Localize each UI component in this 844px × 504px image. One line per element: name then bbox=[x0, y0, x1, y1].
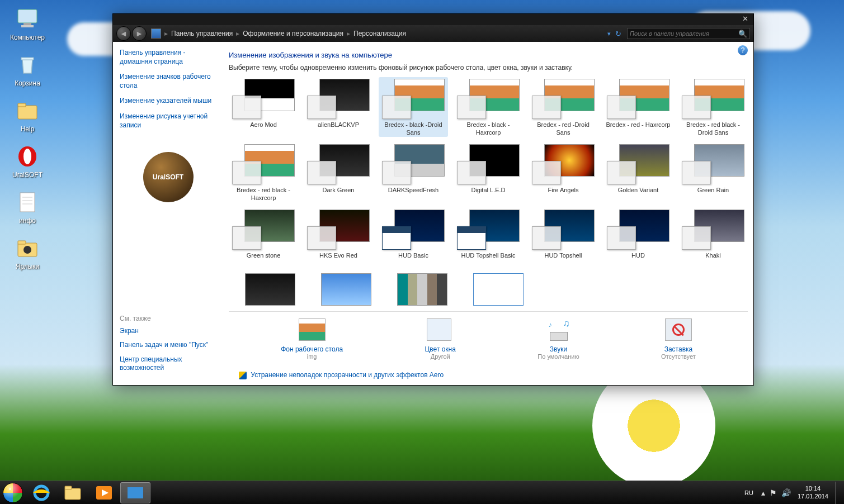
theme-item[interactable]: Bredex - red black - Haxrcorp bbox=[229, 142, 298, 202]
theme-item[interactable]: Bredex - red - Haxrcorp bbox=[603, 77, 673, 137]
theme-label: Bredex - black - Haxrcorp bbox=[454, 121, 523, 137]
theme-item[interactable]: HUD Basic bbox=[379, 208, 448, 268]
taskbar-explorer[interactable] bbox=[58, 482, 88, 503]
theme-item[interactable]: HKS Evo Red bbox=[304, 208, 373, 268]
theme-item[interactable]: HUD Topshell Basic bbox=[454, 208, 523, 268]
show-desktop-button[interactable] bbox=[835, 482, 842, 504]
option-desktop-background[interactable]: Фон рабочего столаimg bbox=[281, 318, 343, 360]
uralsoft-logo: UralSOFT bbox=[143, 152, 194, 202]
option-title: Цвет окна bbox=[425, 345, 455, 353]
theme-item[interactable]: HUD Topshell bbox=[529, 208, 598, 268]
close-icon[interactable]: ✕ bbox=[737, 15, 753, 25]
option-title: Фон рабочего стола bbox=[281, 345, 343, 353]
theme-item[interactable]: Golden Variant bbox=[603, 142, 673, 202]
desktop-icon-label: Компьютер bbox=[6, 34, 49, 41]
theme-item[interactable]: alienBLACKVP bbox=[304, 77, 373, 137]
shield-icon bbox=[239, 372, 247, 379]
theme-item[interactable]: Fire Angels bbox=[529, 142, 598, 202]
help-folder-icon bbox=[14, 97, 41, 124]
theme-item[interactable]: Dark Green bbox=[304, 142, 373, 202]
taskbar-ie[interactable] bbox=[26, 482, 56, 503]
theme-label: alienBLACKVP bbox=[304, 121, 373, 137]
tray-chevron-icon[interactable]: ▴ bbox=[761, 488, 765, 497]
svg-rect-21 bbox=[135, 487, 143, 493]
search-input[interactable] bbox=[630, 30, 738, 37]
theme-item[interactable] bbox=[381, 273, 451, 292]
seealso-link-1[interactable]: Панель задач и меню "Пуск" bbox=[120, 341, 216, 350]
option-subtitle: Другой bbox=[425, 353, 455, 360]
theme-preview bbox=[461, 273, 524, 290]
desktop-icon-shortcuts-folder[interactable]: Ярлыки bbox=[6, 235, 49, 270]
history-dropdown-icon[interactable]: ▾ bbox=[607, 30, 611, 37]
theme-label: HUD Topshell Basic bbox=[454, 252, 523, 268]
seealso-link-0[interactable]: Экран bbox=[120, 327, 216, 336]
option-sounds[interactable]: ♫♪ЗвукиПо умолчанию bbox=[537, 318, 579, 360]
theme-item[interactable]: Green stone bbox=[229, 208, 298, 268]
theme-item[interactable]: Khaki bbox=[678, 208, 748, 268]
theme-preview bbox=[382, 79, 445, 119]
theme-item[interactable]: DARKSpeedFresh bbox=[379, 142, 448, 202]
clock-time: 10:14 bbox=[798, 485, 828, 492]
desktop-icon-help-folder[interactable]: Help bbox=[6, 97, 49, 133]
theme-item[interactable]: HUD bbox=[603, 208, 673, 268]
themes-grid: Aero ModalienBLACKVPBredex - black -Droi… bbox=[229, 77, 748, 311]
theme-preview bbox=[382, 210, 445, 250]
theme-item[interactable]: Aero Mod bbox=[229, 77, 298, 137]
search-icon[interactable]: 🔍 bbox=[738, 30, 747, 38]
theme-preview bbox=[607, 210, 669, 250]
breadcrumb-control-panel[interactable]: Панель управления bbox=[171, 30, 233, 37]
desktop-icon-recycle-bin[interactable]: Корзина bbox=[6, 51, 49, 87]
theme-item[interactable]: Bredex - black - Haxrcorp bbox=[454, 77, 523, 137]
language-indicator[interactable]: RU bbox=[744, 489, 753, 496]
seealso-link-2[interactable]: Центр специальных возможностей bbox=[120, 355, 216, 373]
desktop-icon-computer[interactable]: Компьютер bbox=[6, 6, 49, 41]
sidebar-link-1[interactable]: Изменение значков рабочего стола bbox=[120, 73, 216, 90]
sidebar-link-0[interactable]: Панель управления - домашняя страница bbox=[120, 49, 216, 66]
theme-item[interactable] bbox=[305, 273, 375, 292]
theme-item[interactable]: Bredex - red -Droid Sans bbox=[529, 77, 598, 137]
theme-item[interactable]: Digital L.E.D bbox=[454, 142, 523, 202]
theme-label: DARKSpeedFresh bbox=[379, 187, 448, 202]
theme-label: Bredex - red black -Droid Sans bbox=[678, 121, 748, 137]
help-icon[interactable]: ? bbox=[738, 45, 748, 55]
start-button[interactable] bbox=[0, 481, 26, 505]
taskbar-personalization[interactable] bbox=[120, 482, 150, 503]
breadcrumb-appearance[interactable]: Оформление и персонализация bbox=[243, 30, 343, 37]
theme-item[interactable] bbox=[229, 273, 299, 292]
desktop-icon-label: Корзина bbox=[6, 79, 49, 87]
option-window-color[interactable]: Цвет окнаДругой bbox=[425, 318, 455, 360]
clock[interactable]: 10:14 17.01.2014 bbox=[798, 485, 828, 500]
theme-item[interactable]: Bredex - red black -Droid Sans bbox=[678, 77, 748, 137]
search-box[interactable]: 🔍 bbox=[627, 28, 750, 39]
svg-rect-4 bbox=[18, 106, 37, 119]
theme-label: Digital L.E.D bbox=[454, 187, 523, 202]
theme-label: Dark Green bbox=[304, 187, 373, 202]
troubleshoot-row: Устранение неполадок прозрачности и друг… bbox=[229, 367, 748, 385]
taskbar-media-player[interactable] bbox=[89, 482, 119, 503]
shortcuts-folder-icon bbox=[14, 235, 41, 261]
theme-label: HUD Basic bbox=[379, 252, 448, 268]
refresh-icon[interactable]: ↻ bbox=[615, 30, 621, 38]
desktop-background-icon bbox=[299, 318, 326, 343]
clock-date: 17.01.2014 bbox=[798, 493, 828, 500]
sidebar-link-3[interactable]: Изменение рисунка учетной записи bbox=[120, 112, 216, 130]
theme-preview bbox=[607, 144, 669, 184]
breadcrumb-sep: ▸ bbox=[347, 30, 350, 37]
desktop-icon-uralsoft-opera[interactable]: UralSOFT bbox=[6, 143, 49, 179]
desktop-icon-info-file[interactable]: инфо bbox=[6, 189, 49, 225]
sidebar-link-2[interactable]: Изменение указателей мыши bbox=[120, 97, 216, 106]
nav-forward-button[interactable]: ► bbox=[132, 26, 147, 41]
troubleshoot-link[interactable]: Устранение неполадок прозрачности и друг… bbox=[251, 371, 444, 379]
volume-icon[interactable]: 🔊 bbox=[781, 488, 791, 497]
nav-back-button[interactable]: ◄ bbox=[116, 26, 131, 41]
option-screensaver[interactable]: ЗаставкаОтсутствует bbox=[661, 318, 696, 360]
action-center-icon[interactable]: ⚑ bbox=[770, 488, 777, 497]
theme-item[interactable]: Green Rain bbox=[678, 142, 748, 202]
theme-label: HUD bbox=[603, 252, 673, 268]
breadcrumb-personalization[interactable]: Персонализация bbox=[353, 30, 406, 37]
theme-preview bbox=[307, 144, 370, 184]
desktop-icon-label: Ярлыки bbox=[6, 263, 49, 270]
theme-item[interactable] bbox=[457, 273, 527, 292]
theme-item[interactable]: Bredex - black -Droid Sans bbox=[379, 77, 448, 137]
theme-preview bbox=[385, 273, 447, 290]
